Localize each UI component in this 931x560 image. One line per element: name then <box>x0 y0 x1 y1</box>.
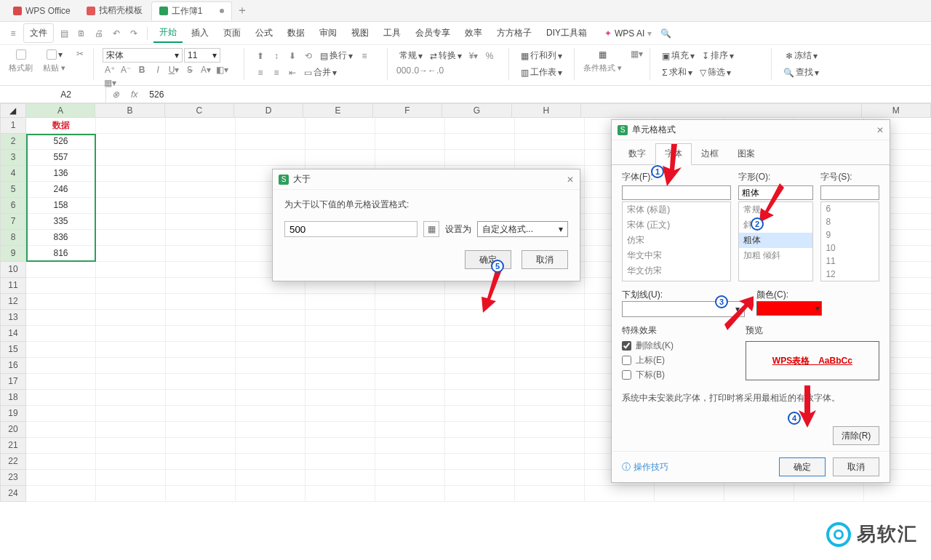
cell[interactable] <box>166 166 236 182</box>
cell[interactable] <box>515 134 585 150</box>
menu-diy[interactable]: DIY工具箱 <box>540 24 593 42</box>
cell[interactable] <box>166 294 236 310</box>
cell[interactable] <box>26 374 96 390</box>
cell[interactable] <box>375 390 445 406</box>
cell[interactable] <box>305 294 375 310</box>
menu-vip[interactable]: 会员专享 <box>409 24 456 42</box>
cell[interactable] <box>305 310 375 326</box>
cell[interactable] <box>375 406 445 422</box>
cell[interactable] <box>96 390 166 406</box>
cell[interactable] <box>166 470 236 486</box>
cell[interactable] <box>166 246 236 262</box>
cell[interactable] <box>515 374 585 390</box>
cell[interactable] <box>96 470 166 486</box>
name-box[interactable]: A2 <box>26 86 106 103</box>
cell[interactable] <box>445 150 515 166</box>
cell[interactable] <box>445 294 515 310</box>
font-input[interactable] <box>622 185 731 200</box>
cell[interactable] <box>375 470 445 486</box>
range-picker-icon[interactable]: ▦ <box>423 221 439 237</box>
cell[interactable] <box>375 150 445 166</box>
number-format-combo[interactable]: 常规 ▾ <box>396 48 425 63</box>
cell[interactable] <box>236 390 305 406</box>
cell[interactable] <box>26 454 96 470</box>
cell[interactable] <box>445 310 515 326</box>
cell[interactable] <box>305 454 375 470</box>
spreadsheet-grid[interactable]: ◢ A B C D E F G H M 12345678910111213141… <box>0 103 931 118</box>
cell[interactable] <box>96 374 166 390</box>
cell[interactable] <box>445 486 515 502</box>
font-size-combo[interactable]: 11▾ <box>184 48 220 63</box>
cell[interactable] <box>96 454 166 470</box>
cell[interactable] <box>96 262 166 278</box>
cell[interactable] <box>236 134 305 150</box>
cell[interactable] <box>445 326 515 342</box>
cell[interactable]: 246 <box>26 182 96 198</box>
cell[interactable] <box>166 310 236 326</box>
row-header[interactable]: 9 <box>0 246 26 262</box>
italic-icon[interactable]: I <box>152 64 164 76</box>
greater-cancel-button[interactable]: 取消 <box>522 250 568 269</box>
wrap-button[interactable]: ▤ 换行▾ <box>317 48 356 63</box>
cell[interactable] <box>375 454 445 470</box>
cell[interactable] <box>515 118 585 134</box>
row-header[interactable]: 14 <box>0 326 26 342</box>
cell[interactable] <box>166 342 236 358</box>
dec-inc-icon[interactable]: .0→ <box>414 65 425 76</box>
cell[interactable]: 816 <box>26 246 96 262</box>
cell[interactable] <box>724 486 794 502</box>
cell[interactable] <box>515 310 585 326</box>
cell[interactable] <box>515 454 585 470</box>
cell[interactable] <box>445 422 515 438</box>
tab-pattern[interactable]: 图案 <box>728 143 764 164</box>
cell[interactable] <box>166 390 236 406</box>
cell[interactable] <box>305 358 375 374</box>
cell[interactable] <box>96 134 166 150</box>
cell[interactable] <box>166 150 236 166</box>
cell[interactable] <box>96 150 166 166</box>
clear-button[interactable]: 清除(R) <box>833 426 879 445</box>
cell[interactable] <box>96 358 166 374</box>
cell[interactable] <box>445 406 515 422</box>
cell[interactable] <box>305 470 375 486</box>
cell[interactable] <box>305 406 375 422</box>
row-header[interactable]: 16 <box>0 358 26 374</box>
cell[interactable] <box>96 198 166 214</box>
hamburger-icon[interactable]: ≡ <box>7 28 19 39</box>
menu-view[interactable]: 视图 <box>345 24 375 42</box>
row-header[interactable]: 15 <box>0 342 26 358</box>
align-middle-icon[interactable]: ↕ <box>271 50 282 62</box>
cell[interactable] <box>166 134 236 150</box>
cell[interactable] <box>26 262 96 278</box>
row-header[interactable]: 10 <box>0 262 26 278</box>
subscript-checkbox[interactable] <box>622 370 631 380</box>
format-painter-button[interactable] <box>13 48 29 61</box>
row-header[interactable]: 19 <box>0 406 26 422</box>
cell[interactable] <box>305 342 375 358</box>
color-combo[interactable]: ▾ <box>756 301 822 316</box>
cell[interactable] <box>445 470 515 486</box>
cell[interactable]: 557 <box>26 150 96 166</box>
cell[interactable] <box>515 422 585 438</box>
cell[interactable] <box>96 182 166 198</box>
cell[interactable] <box>26 470 96 486</box>
row-header[interactable]: 18 <box>0 390 26 406</box>
cell[interactable] <box>96 422 166 438</box>
col-header-F[interactable]: F <box>373 103 442 118</box>
cell[interactable] <box>96 406 166 422</box>
sum-button[interactable]: Σ 求和 ▾ <box>659 65 695 80</box>
cell[interactable] <box>515 342 585 358</box>
menu-review[interactable]: 审阅 <box>313 24 343 42</box>
cut-icon[interactable]: ✂ <box>74 48 86 60</box>
row-header[interactable]: 12 <box>0 294 26 310</box>
cell[interactable] <box>166 182 236 198</box>
cell[interactable] <box>166 326 236 342</box>
size-input[interactable] <box>820 185 879 200</box>
cell[interactable]: 数据 <box>26 118 96 134</box>
cell[interactable] <box>375 438 445 454</box>
orientation-icon[interactable]: ⟲ <box>303 50 314 62</box>
cell[interactable] <box>26 358 96 374</box>
cond-format-button[interactable]: ▦ <box>596 48 610 61</box>
menu-data[interactable]: 数据 <box>281 24 311 42</box>
cell[interactable] <box>445 118 515 134</box>
